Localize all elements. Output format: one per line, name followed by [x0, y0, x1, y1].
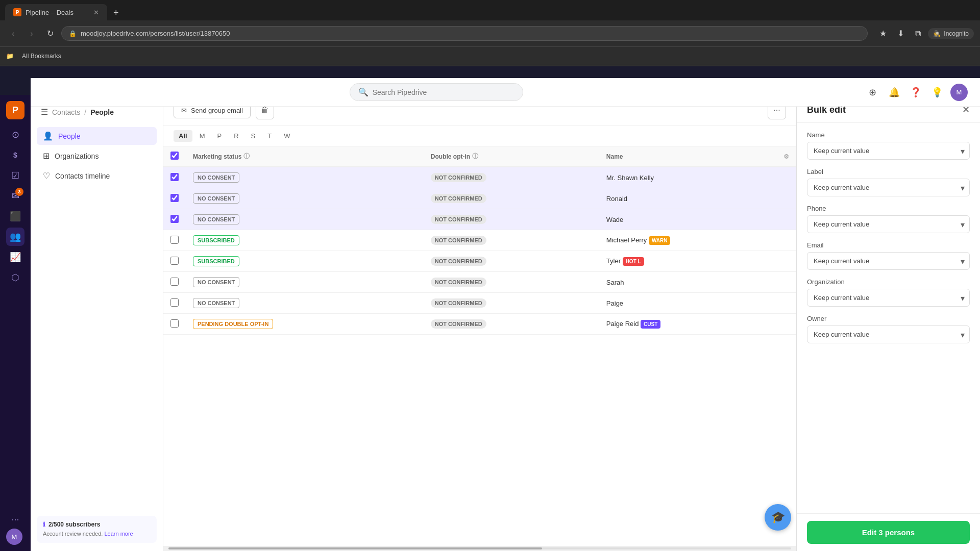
label-field-select[interactable]: Keep current value: [807, 179, 970, 196]
marketing-status-info-icon[interactable]: ⓘ: [243, 152, 250, 161]
owner-field-select[interactable]: Keep current value: [807, 325, 970, 343]
download-button[interactable]: ⬇: [893, 27, 908, 41]
bulk-edit-label-field: Label Keep current value ▾: [807, 168, 970, 196]
person-name: Wade: [599, 209, 796, 230]
sidebar-icon-calendar[interactable]: ⬛: [6, 207, 24, 226]
name-field-select[interactable]: Keep current value: [807, 142, 970, 160]
tab-close-btn[interactable]: ✕: [93, 9, 99, 16]
sidebar-icon-products[interactable]: ⬡: [6, 268, 24, 287]
mail-badge: 3: [15, 188, 23, 196]
bulk-edit-owner-field: Owner Keep current value ▾: [807, 315, 970, 343]
address-bar[interactable]: 🔒 moodjoy.pipedrive.com/persons/list/use…: [61, 26, 868, 41]
sidebar-icon-activities[interactable]: ☑: [6, 166, 24, 185]
sidebar-icon-more[interactable]: ···: [6, 510, 24, 529]
filter-tab-t[interactable]: T: [262, 130, 277, 142]
notifications-button[interactable]: 🔔: [886, 84, 902, 101]
people-table-container: Marketing status ⓘ Double opt-in ⓘ: [163, 146, 796, 546]
double-opt-in-info-icon[interactable]: ⓘ: [472, 152, 478, 161]
row-checkbox-6[interactable]: [170, 278, 179, 286]
sidebar-item-contacts-timeline-label: Contacts timeline: [55, 172, 110, 180]
active-tab[interactable]: P Pipeline – Deals ✕: [5, 4, 107, 20]
marketing-status-badge: NO CONSENT: [193, 298, 239, 308]
filter-tab-p[interactable]: P: [212, 130, 227, 142]
bookmark-star-button[interactable]: ★: [876, 27, 890, 41]
settings-button[interactable]: 💡: [929, 84, 945, 101]
sidebar-toggle-button[interactable]: ☰: [41, 107, 48, 117]
add-button[interactable]: ⊕: [865, 84, 881, 101]
sidebar-item-people[interactable]: 👤 People: [37, 127, 157, 145]
breadcrumb-parent: Contacts: [52, 108, 80, 116]
organization-field-select[interactable]: Keep current value: [807, 289, 970, 307]
organizations-icon: ⊞: [43, 151, 50, 161]
table-row: SUBSCRIBED NOT CONFIRMED Tyler HOT L: [163, 251, 796, 272]
email-icon: ✉: [181, 107, 187, 114]
filter-tab-m[interactable]: M: [194, 130, 210, 142]
double-opt-in-badge: NOT CONFIRMED: [431, 319, 486, 329]
search-input[interactable]: [373, 88, 514, 96]
thin-sidebar: P ⊙ $ ☑ ✉ 3 ⬛ 👥 📈 ⬡ ··· M: [0, 95, 31, 551]
edit-persons-button[interactable]: Edit 3 persons: [807, 521, 970, 544]
row-checkbox-3[interactable]: [170, 215, 179, 223]
email-field-select[interactable]: Keep current value: [807, 252, 970, 270]
sidebar-icon-home[interactable]: ⊙: [6, 126, 24, 144]
double-opt-in-badge: NOT CONFIRMED: [431, 278, 486, 287]
app-logo[interactable]: P: [6, 101, 24, 119]
marketing-status-badge: SUBSCRIBED: [193, 256, 239, 266]
person-name: Tyler HOT L: [599, 251, 796, 272]
phone-field-select[interactable]: Keep current value: [807, 215, 970, 233]
fab-button[interactable]: 🎓: [765, 504, 791, 531]
sidebar-icon-contacts[interactable]: 👥: [6, 228, 24, 246]
filter-tab-w[interactable]: W: [279, 130, 295, 142]
new-tab-button[interactable]: +: [109, 6, 123, 20]
settings-icon[interactable]: ⚙: [783, 153, 789, 160]
row-checkbox-4[interactable]: [170, 236, 179, 244]
back-button[interactable]: ‹: [6, 27, 20, 41]
help-button[interactable]: ❓: [908, 84, 924, 101]
select-all-checkbox[interactable]: [170, 152, 179, 160]
row-checkbox-7[interactable]: [170, 298, 179, 307]
table-row: PENDING DOUBLE OPT-IN NOT CONFIRMED Paig…: [163, 314, 796, 335]
person-name: Sarah: [599, 272, 796, 293]
header-actions: ⊕ 🔔 ❓ 💡 M: [865, 84, 968, 101]
incognito-badge: 🕵 Incognito: [928, 28, 974, 39]
filter-tab-s[interactable]: S: [246, 130, 261, 142]
col-name: Name ⚙: [599, 146, 796, 167]
bulk-edit-panel: Bulk edit ✕ Name Keep current value ▾ La…: [796, 95, 980, 551]
row-checkbox-1[interactable]: [170, 173, 179, 181]
trash-icon: 🗑: [261, 106, 269, 115]
extensions-button[interactable]: ⧉: [911, 27, 925, 41]
filter-tab-all[interactable]: All: [174, 130, 192, 142]
learn-more-link[interactable]: Learn more: [104, 531, 133, 537]
global-search-box[interactable]: 🔍: [350, 83, 523, 101]
row-checkbox-5[interactable]: [170, 257, 179, 265]
organization-field-label: Organization: [807, 278, 970, 286]
horizontal-scrollbar[interactable]: [163, 546, 796, 551]
row-checkbox-8[interactable]: [170, 319, 179, 328]
person-name: Ronald: [599, 188, 796, 209]
people-icon: 👤: [43, 131, 53, 141]
app-header: 🔍 ⊕ 🔔 ❓ 💡 M: [31, 78, 980, 107]
sidebar-icon-insights[interactable]: 📈: [6, 248, 24, 266]
bookmarks-label: 📁: [6, 53, 14, 60]
forward-button[interactable]: ›: [24, 27, 39, 41]
marketing-status-badge: SUBSCRIBED: [193, 235, 239, 245]
row-checkbox-2[interactable]: [170, 194, 179, 202]
filter-tab-r[interactable]: R: [229, 130, 243, 142]
sidebar-item-organizations-label: Organizations: [55, 152, 99, 160]
table-row: SUBSCRIBED NOT CONFIRMED Michael Perry W…: [163, 230, 796, 251]
bulk-edit-name-field: Name Keep current value ▾: [807, 131, 970, 160]
person-name: Mr. Shawn Kelly: [599, 167, 796, 188]
marketing-status-badge: NO CONSENT: [193, 214, 239, 224]
user-avatar[interactable]: M: [6, 529, 22, 545]
bulk-edit-body: Name Keep current value ▾ Label Keep cur…: [797, 123, 980, 513]
double-opt-in-badge: NOT CONFIRMED: [431, 215, 486, 224]
person-name: Paige Reid CUST: [599, 314, 796, 335]
user-avatar-header[interactable]: M: [950, 84, 968, 101]
sidebar-icon-mail[interactable]: ✉ 3: [6, 187, 24, 205]
sidebar-item-organizations[interactable]: ⊞ Organizations: [37, 147, 157, 165]
bulk-edit-organization-field: Organization Keep current value ▾: [807, 278, 970, 307]
sidebar-icon-deals[interactable]: $: [6, 146, 24, 164]
contacts-timeline-icon: ♡: [43, 171, 50, 181]
sidebar-item-contacts-timeline[interactable]: ♡ Contacts timeline: [37, 167, 157, 185]
reload-button[interactable]: ↻: [43, 27, 57, 41]
